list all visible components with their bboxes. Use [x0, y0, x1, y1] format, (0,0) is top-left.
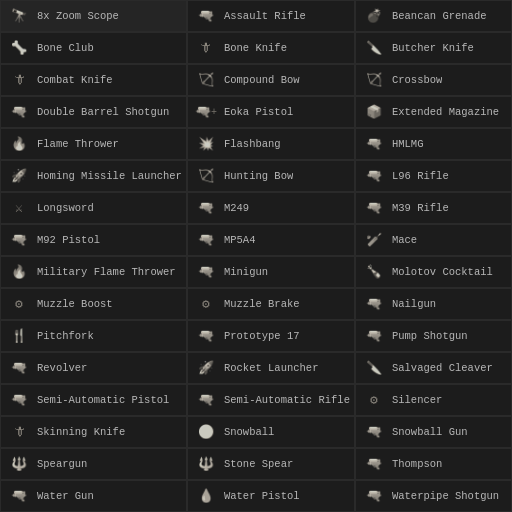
weapon-label: Bone Knife: [224, 42, 287, 55]
weapon-label: Rocket Launcher: [224, 362, 319, 375]
weapon-icon: 🔫: [360, 454, 388, 474]
weapon-icon: ⚙: [360, 390, 388, 410]
list-item[interactable]: 🗡Skinning Knife: [0, 416, 187, 448]
weapon-icon: 🍴: [5, 326, 33, 346]
weapon-label: Semi-Automatic Rifle: [224, 394, 350, 407]
list-item[interactable]: 🚀Homing Missile Launcher: [0, 160, 187, 192]
weapon-icon: 🔫: [192, 326, 220, 346]
weapon-label: MP5A4: [224, 234, 256, 247]
list-item[interactable]: 🏹Crossbow: [355, 64, 512, 96]
weapon-icon: 🔭: [5, 6, 33, 26]
weapon-label: Pump Shotgun: [392, 330, 468, 343]
weapon-label: Prototype 17: [224, 330, 300, 343]
list-item[interactable]: 🔫Snowball Gun: [355, 416, 512, 448]
weapon-label: Skinning Knife: [37, 426, 125, 439]
list-item[interactable]: 🔫Prototype 17: [187, 320, 355, 352]
list-item[interactable]: 🔫Nailgun: [355, 288, 512, 320]
weapon-icon: 🔱: [5, 454, 33, 474]
list-item[interactable]: 🔫Double Barrel Shotgun: [0, 96, 187, 128]
list-item[interactable]: 🔭8x Zoom Scope: [0, 0, 187, 32]
list-item[interactable]: 🔫Water Gun: [0, 480, 187, 512]
weapon-label: Snowball: [224, 426, 274, 439]
list-item[interactable]: 🔫+Eoka Pistol: [187, 96, 355, 128]
list-item[interactable]: 🔫Thompson: [355, 448, 512, 480]
weapon-label: Water Gun: [37, 490, 94, 503]
weapon-label: Salvaged Cleaver: [392, 362, 493, 375]
list-item[interactable]: 🍴Pitchfork: [0, 320, 187, 352]
list-item[interactable]: 🚀Rocket Launcher: [187, 352, 355, 384]
weapon-label: Crossbow: [392, 74, 442, 87]
weapon-icon: 🔥: [5, 262, 33, 282]
list-item[interactable]: 🔱Speargun: [0, 448, 187, 480]
list-item[interactable]: ⚙Silencer: [355, 384, 512, 416]
weapon-label: Eoka Pistol: [224, 106, 293, 119]
list-item[interactable]: 🔫M39 Rifle: [355, 192, 512, 224]
weapon-label: Hunting Bow: [224, 170, 293, 183]
weapon-icon: 🔪: [360, 38, 388, 58]
weapon-icon: 🗡: [5, 422, 33, 442]
weapon-label: Silencer: [392, 394, 442, 407]
list-item[interactable]: 🔫MP5A4: [187, 224, 355, 256]
weapon-label: Longsword: [37, 202, 94, 215]
list-item[interactable]: ⚔Longsword: [0, 192, 187, 224]
weapon-label: Mace: [392, 234, 417, 247]
list-item[interactable]: 💥Flashbang: [187, 128, 355, 160]
list-item[interactable]: 🏹Hunting Bow: [187, 160, 355, 192]
weapon-icon: 🗡: [192, 38, 220, 58]
list-item[interactable]: 🔫M249: [187, 192, 355, 224]
weapon-icon: 🔫: [360, 198, 388, 218]
weapon-icon: 🚀: [5, 166, 33, 186]
list-item[interactable]: 🏹Compound Bow: [187, 64, 355, 96]
list-item[interactable]: 🗡Bone Knife: [187, 32, 355, 64]
weapon-label: Snowball Gun: [392, 426, 468, 439]
list-item[interactable]: 💣Beancan Grenade: [355, 0, 512, 32]
weapon-label: M249: [224, 202, 249, 215]
list-item[interactable]: ⚪Snowball: [187, 416, 355, 448]
weapon-icon: 🔫: [360, 134, 388, 154]
weapon-icon: 🔫: [5, 102, 33, 122]
list-item[interactable]: ⚙Muzzle Brake: [187, 288, 355, 320]
list-item[interactable]: 🔫Waterpipe Shotgun: [355, 480, 512, 512]
list-item[interactable]: 🔱Stone Spear: [187, 448, 355, 480]
list-item[interactable]: 🔥Flame Thrower: [0, 128, 187, 160]
list-item[interactable]: 🗡Combat Knife: [0, 64, 187, 96]
list-item[interactable]: ⚙Muzzle Boost: [0, 288, 187, 320]
list-item[interactable]: 🔫Revolver: [0, 352, 187, 384]
weapon-label: 8x Zoom Scope: [37, 10, 119, 23]
list-item[interactable]: 🏏Mace: [355, 224, 512, 256]
weapon-icon: ⚙: [5, 294, 33, 314]
list-item[interactable]: 🔫Pump Shotgun: [355, 320, 512, 352]
weapon-icon: 🔪: [360, 358, 388, 378]
list-item[interactable]: 🔫Assault Rifle: [187, 0, 355, 32]
list-item[interactable]: 🔫Minigun: [187, 256, 355, 288]
weapon-label: Waterpipe Shotgun: [392, 490, 499, 503]
list-item[interactable]: 🦴Bone Club: [0, 32, 187, 64]
weapon-icon: 🔫+: [192, 102, 220, 122]
list-item[interactable]: 🔫L96 Rifle: [355, 160, 512, 192]
list-item[interactable]: 🔫Semi-Automatic Rifle: [187, 384, 355, 416]
list-item[interactable]: 🔫M92 Pistol: [0, 224, 187, 256]
list-item[interactable]: 📦Extended Magazine: [355, 96, 512, 128]
weapon-icon: 🔫: [5, 358, 33, 378]
weapon-label: Minigun: [224, 266, 268, 279]
weapon-label: Compound Bow: [224, 74, 300, 87]
weapon-label: Flashbang: [224, 138, 281, 151]
weapon-label: L96 Rifle: [392, 170, 449, 183]
list-item[interactable]: 🔪Butcher Knife: [355, 32, 512, 64]
weapon-label: Water Pistol: [224, 490, 300, 503]
weapon-icon: 📦: [360, 102, 388, 122]
weapon-icon: 💣: [360, 6, 388, 26]
weapon-icon: 🔫: [360, 166, 388, 186]
list-item[interactable]: 💧Water Pistol: [187, 480, 355, 512]
weapon-icon: 🍾: [360, 262, 388, 282]
list-item[interactable]: 🔥Military Flame Thrower: [0, 256, 187, 288]
weapon-icon: 🔫: [360, 326, 388, 346]
weapon-icon: 🔫: [192, 198, 220, 218]
list-item[interactable]: 🔫Semi-Automatic Pistol: [0, 384, 187, 416]
weapon-icon: 🗡: [5, 70, 33, 90]
weapon-icon: 🔫: [192, 6, 220, 26]
list-item[interactable]: 🔪Salvaged Cleaver: [355, 352, 512, 384]
weapon-icon: 🔫: [5, 390, 33, 410]
list-item[interactable]: 🔫HMLMG: [355, 128, 512, 160]
list-item[interactable]: 🍾Molotov Cocktail: [355, 256, 512, 288]
